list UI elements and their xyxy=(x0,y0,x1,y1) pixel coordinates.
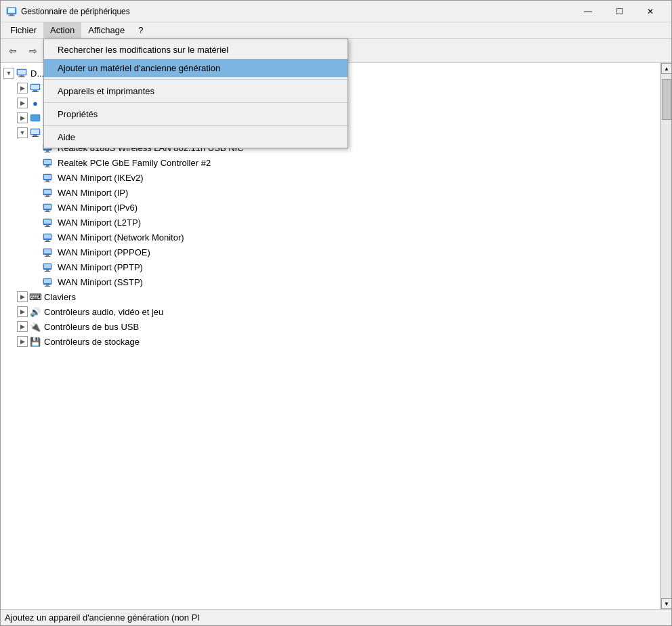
svg-rect-2 xyxy=(9,14,14,16)
toggle-claviers[interactable]: ▶ xyxy=(17,291,28,302)
tree-label-wan-sstp: WAN Miniport (SSTP) xyxy=(58,277,143,287)
status-text: Ajoutez un appareil d'ancienne génératio… xyxy=(5,612,199,623)
separator-2 xyxy=(44,102,348,103)
menu-aide[interactable]: ? xyxy=(131,22,150,38)
scrollbar: ▲ ▼ xyxy=(660,63,671,609)
svg-rect-55 xyxy=(46,285,49,286)
svg-rect-44 xyxy=(45,241,50,242)
tree-label-wan-ikev2: WAN Miniport (IKEv2) xyxy=(58,173,144,183)
tree-label-stockage: Contrôleurs de stockage xyxy=(44,337,140,347)
tree-item-usb[interactable]: ▶ 🔌 Contrôleurs de bus USB xyxy=(1,319,660,334)
menu-item-proprietes[interactable]: Propriétés xyxy=(44,105,348,123)
app-icon xyxy=(6,6,17,17)
tree-item-wan-l2tp[interactable]: WAN Miniport (L2TP) xyxy=(1,215,660,230)
svg-rect-48 xyxy=(45,256,50,257)
tree-item-audio[interactable]: ▶ 🔊 Contrôleurs audio, vidéo et jeu xyxy=(1,304,660,319)
svg-rect-12 xyxy=(30,114,40,121)
menu-affichage[interactable]: Affichage xyxy=(81,22,131,38)
icon-wan-l2tp xyxy=(43,217,55,228)
svg-rect-22 xyxy=(44,160,51,164)
svg-rect-42 xyxy=(44,234,51,238)
svg-rect-46 xyxy=(44,249,51,253)
icon-claviers: ⌨ xyxy=(29,291,41,302)
menu-item-rechercher[interactable]: Rechercher les modifications sur le maté… xyxy=(44,41,348,59)
icon-realtek-pcie xyxy=(43,157,55,168)
tree-label-wan-l2tp: WAN Miniport (L2TP) xyxy=(58,217,141,228)
scroll-thumb[interactable] xyxy=(662,79,671,120)
maximize-button[interactable]: ☐ xyxy=(604,1,635,22)
svg-rect-11 xyxy=(32,91,39,92)
svg-rect-35 xyxy=(46,210,49,211)
svg-rect-20 xyxy=(45,152,50,152)
svg-rect-16 xyxy=(32,136,39,137)
separator-1 xyxy=(44,79,348,80)
icon-wan-ip xyxy=(43,187,55,198)
tree-label-usb: Contrôleurs de bus USB xyxy=(44,322,139,332)
forward-icon: ⇨ xyxy=(29,45,37,56)
icon-stockage: 💾 xyxy=(29,336,41,347)
close-button[interactable]: ✕ xyxy=(635,1,666,22)
tree-item-wan-ip[interactable]: WAN Miniport (IP) xyxy=(1,185,660,200)
tree-item-wan-ikev2[interactable]: WAN Miniport (IKEv2) xyxy=(1,170,660,185)
minimize-button[interactable]: — xyxy=(572,1,604,22)
menu-fichier[interactable]: Fichier xyxy=(3,22,43,38)
toggle-stockage[interactable]: ▶ xyxy=(17,336,28,347)
icon-wan-sstp xyxy=(43,276,55,287)
menu-item-ajouter[interactable]: Ajouter un matériel d'ancienne génératio… xyxy=(44,59,348,77)
svg-rect-3 xyxy=(8,16,15,16)
svg-rect-7 xyxy=(18,77,25,77)
menu-item-appareils[interactable]: Appareils et imprimantes xyxy=(44,82,348,100)
tree-label-claviers: Claviers xyxy=(44,292,76,302)
svg-rect-43 xyxy=(46,240,49,241)
scroll-down-button[interactable]: ▼ xyxy=(661,598,671,609)
tree-item-wan-nm[interactable]: WAN Miniport (Network Monitor) xyxy=(1,230,660,245)
svg-rect-1 xyxy=(8,8,15,13)
icon-wan-ipv6 xyxy=(43,202,55,213)
back-button[interactable]: ⇦ xyxy=(3,42,22,60)
svg-rect-36 xyxy=(45,211,50,212)
tree-item-wan-pptp[interactable]: WAN Miniport (PPTP) xyxy=(1,259,660,274)
toggle-audio[interactable]: ▶ xyxy=(17,306,28,317)
toggle-1[interactable]: ▶ xyxy=(17,83,28,93)
tree-item-wan-pppoe[interactable]: WAN Miniport (PPPOE) xyxy=(1,245,660,259)
tree-item-claviers[interactable]: ▶ ⌨ Claviers xyxy=(1,289,660,304)
tree-item-wan-sstp[interactable]: WAN Miniport (SSTP) xyxy=(1,274,660,289)
toggle-network[interactable]: ▼ xyxy=(17,127,28,138)
icon-network-group xyxy=(29,127,41,138)
svg-rect-47 xyxy=(46,255,49,256)
tree-item-realtek-pcie[interactable]: Realtek PCIe GbE Family Controller #2 xyxy=(1,155,660,170)
status-bar: Ajoutez un appareil d'ancienne génératio… xyxy=(1,609,671,625)
svg-rect-34 xyxy=(44,205,51,209)
tree-label-wan-ipv6: WAN Miniport (IPv6) xyxy=(58,203,138,213)
svg-rect-24 xyxy=(45,167,50,167)
icon-2: ● xyxy=(29,98,41,108)
toggle-2[interactable]: ▶ xyxy=(17,98,28,108)
tree-item-stockage[interactable]: ▶ 💾 Contrôleurs de stockage xyxy=(1,334,660,349)
main-window: Gestionnaire de périphériques — ☐ ✕ Fich… xyxy=(0,0,672,626)
forward-button[interactable]: ⇨ xyxy=(24,42,43,60)
scroll-track[interactable] xyxy=(661,74,671,598)
menu-item-aide[interactable]: Aide xyxy=(44,128,348,146)
svg-rect-27 xyxy=(46,180,49,182)
toggle-usb[interactable]: ▶ xyxy=(17,321,28,332)
svg-rect-28 xyxy=(45,182,50,182)
svg-rect-38 xyxy=(44,220,51,224)
icon-wan-ikev2 xyxy=(43,172,55,183)
tree-label-audio: Contrôleurs audio, vidéo et jeu xyxy=(44,307,163,317)
toggle-root[interactable]: ▼ xyxy=(3,68,14,79)
menu-action[interactable]: Action Rechercher les modifications sur … xyxy=(43,22,81,38)
menu-bar: Fichier Action Rechercher les modificati… xyxy=(1,22,671,39)
scroll-up-button[interactable]: ▲ xyxy=(661,63,671,74)
svg-rect-51 xyxy=(46,270,49,271)
tree-item-wan-ipv6[interactable]: WAN Miniport (IPv6) xyxy=(1,200,660,215)
svg-rect-9 xyxy=(31,85,39,89)
tree-label-realtek-pcie: Realtek PCIe GbE Family Controller #2 xyxy=(58,158,211,168)
svg-rect-19 xyxy=(46,150,49,152)
icon-3 xyxy=(29,112,41,123)
icon-1 xyxy=(29,83,41,93)
icon-wan-nm xyxy=(43,232,55,243)
svg-rect-10 xyxy=(33,90,37,91)
separator-3 xyxy=(44,125,348,126)
toggle-3[interactable]: ▶ xyxy=(17,112,28,123)
svg-rect-56 xyxy=(45,286,50,287)
